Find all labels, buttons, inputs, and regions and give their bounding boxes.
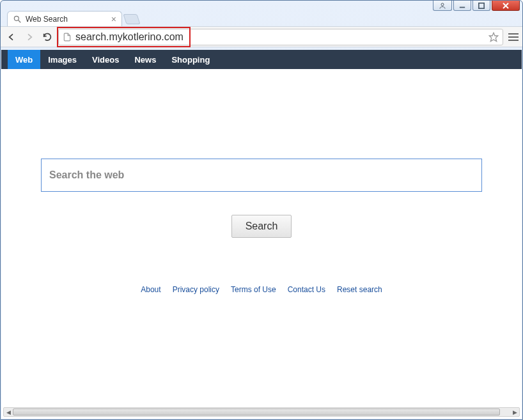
search-input[interactable] — [41, 159, 482, 192]
horizontal-scrollbar[interactable]: ◀ ▶ — [3, 407, 520, 417]
svg-point-0 — [441, 3, 444, 6]
address-bar[interactable]: search.mykotlerino.com — [58, 29, 503, 45]
user-profile-button[interactable] — [433, 1, 452, 11]
svg-marker-5 — [489, 33, 497, 41]
window-controls — [433, 1, 520, 12]
nav-item-web[interactable]: Web — [8, 50, 40, 69]
reload-button[interactable] — [40, 30, 54, 44]
page-icon — [63, 33, 72, 42]
bookmark-star-icon[interactable] — [488, 32, 499, 42]
footer-link-reset[interactable]: Reset search — [337, 285, 382, 294]
maximize-button[interactable] — [472, 1, 490, 11]
svg-rect-1 — [460, 6, 465, 8]
tab-close-icon[interactable]: × — [111, 15, 116, 24]
footer-links: About Privacy policy Terms of Use Contac… — [41, 285, 482, 294]
scroll-left-arrow[interactable]: ◀ — [4, 408, 13, 416]
nav-item-shopping[interactable]: Shopping — [164, 50, 217, 69]
footer-link-terms[interactable]: Terms of Use — [231, 285, 276, 294]
hamburger-menu-icon[interactable] — [507, 32, 519, 42]
category-nav: Web Images Videos News Shopping — [1, 50, 522, 69]
footer-link-privacy[interactable]: Privacy policy — [173, 285, 219, 294]
tab-title: Web Search — [26, 15, 107, 24]
footer-link-contact[interactable]: Contact Us — [288, 285, 325, 294]
footer-link-about[interactable]: About — [141, 285, 160, 294]
back-button[interactable] — [4, 30, 19, 44]
forward-button[interactable] — [22, 30, 36, 44]
nav-item-news[interactable]: News — [127, 50, 164, 69]
search-zone: Search About Privacy policy Terms of Use… — [41, 159, 482, 294]
page-content: Web Images Videos News Shopping Search A… — [1, 50, 522, 419]
scroll-thumb[interactable] — [13, 408, 500, 416]
nav-item-images[interactable]: Images — [40, 50, 84, 69]
svg-rect-2 — [479, 3, 484, 8]
close-button[interactable] — [492, 1, 520, 11]
search-icon — [13, 15, 22, 24]
minimize-button[interactable] — [453, 1, 471, 11]
scroll-right-arrow[interactable]: ▶ — [510, 408, 519, 416]
browser-toolbar: search.mykotlerino.com — [1, 26, 522, 47]
url-text: search.mykotlerino.com — [75, 31, 485, 43]
svg-line-4 — [19, 20, 21, 22]
new-tab-button[interactable] — [123, 14, 140, 24]
browser-window: Web Search × search.mykotlerino.com — [0, 0, 523, 420]
nav-item-videos[interactable]: Videos — [84, 50, 127, 69]
browser-tab[interactable]: Web Search × — [7, 11, 122, 26]
svg-point-3 — [14, 16, 19, 20]
search-button[interactable]: Search — [231, 215, 292, 238]
